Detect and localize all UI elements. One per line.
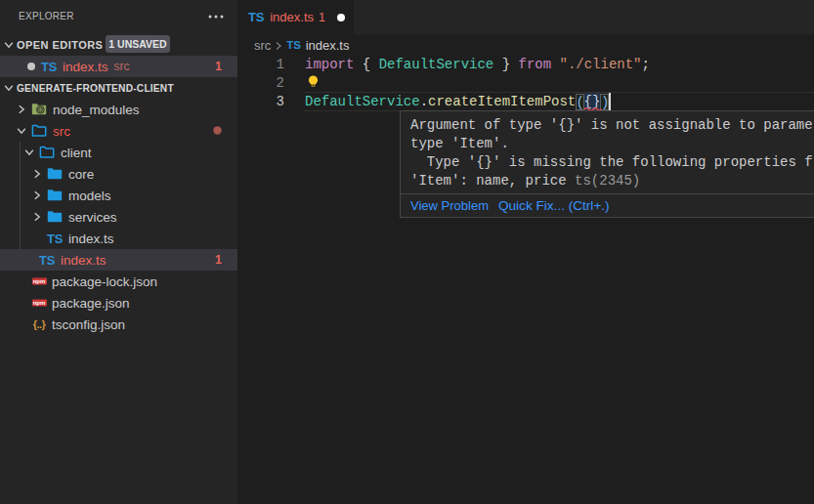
- svg-text:npm: npm: [33, 278, 46, 284]
- svg-text:npm: npm: [33, 300, 46, 306]
